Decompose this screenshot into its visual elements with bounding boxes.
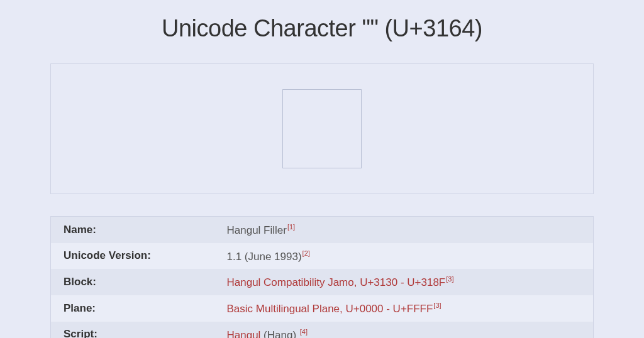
property-label: Unicode Version: <box>51 243 214 270</box>
table-row: Plane: Basic Multilingual Plane, U+0000 … <box>51 295 594 322</box>
reference-link[interactable]: [3] <box>433 302 441 309</box>
table-row: Script: Hangul (Hang) [4] <box>51 322 594 338</box>
table-row: Unicode Version: 1.1 (June 1993)[2] <box>51 243 594 270</box>
table-row: Name: Hangul Filler[1] <box>51 217 594 243</box>
property-link[interactable]: Basic Multilingual Plane, U+0000 - U+FFF… <box>227 303 433 315</box>
property-text: Hangul Filler <box>227 224 287 236</box>
reference-link[interactable]: [1] <box>287 223 295 231</box>
reference-link[interactable]: [3] <box>446 275 453 283</box>
property-label: Block: <box>51 269 214 295</box>
property-value: 1.1 (June 1993)[2] <box>214 243 594 270</box>
property-suffix: (Hang) <box>260 329 299 338</box>
property-value: Hangul (Hang) [4] <box>214 322 594 338</box>
property-link[interactable]: Hangul <box>227 329 261 338</box>
character-glyph: ㅤ <box>282 89 362 168</box>
property-label: Name: <box>51 217 214 243</box>
reference-link[interactable]: [2] <box>303 249 310 257</box>
property-label: Script: <box>51 322 214 338</box>
reference-link[interactable]: [4] <box>300 328 308 335</box>
property-text: 1.1 (June 1993) <box>227 250 302 262</box>
table-row: Block: Hangul Compatibility Jamo, U+3130… <box>51 269 594 295</box>
page-title: Unicode Character "ㅤ" (U+3164) <box>50 0 594 63</box>
property-value: Basic Multilingual Plane, U+0000 - U+FFF… <box>214 295 594 322</box>
property-link[interactable]: Hangul Compatibility Jamo, U+3130 - U+31… <box>227 276 446 288</box>
character-display-panel: ㅤ <box>50 63 594 194</box>
property-label: Plane: <box>51 295 214 322</box>
property-value: Hangul Compatibility Jamo, U+3130 - U+31… <box>214 269 594 295</box>
property-value: Hangul Filler[1] <box>214 217 594 243</box>
character-properties-table: Name: Hangul Filler[1] Unicode Version: … <box>50 216 594 338</box>
